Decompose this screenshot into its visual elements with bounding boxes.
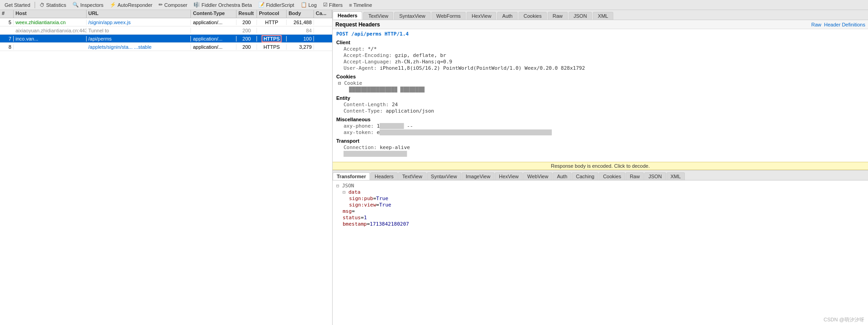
- res-tab-json[interactable]: JSON: [644, 172, 666, 180]
- log-label: Log: [308, 2, 317, 8]
- table-row[interactable]: aixiaoyuan.zhidiantianxia.cn:443 Tunnel …: [0, 26, 332, 35]
- row-protocol: HTTPS: [257, 44, 287, 50]
- col-header-body: Body: [287, 10, 314, 18]
- cookie-toggle[interactable]: ⊟ Cookie: [336, 80, 864, 86]
- res-tab-webview[interactable]: WebView: [523, 172, 552, 180]
- req-headers-content: POST /api/perms HTTP/1.4 Client Accept: …: [333, 29, 868, 162]
- res-tab-caching[interactable]: Caching: [572, 172, 598, 180]
- json-root: ⊟ JSON: [336, 183, 864, 189]
- table-row[interactable]: 7 inco.van... /api/perms application/...…: [0, 35, 332, 43]
- res-tab-imageview[interactable]: ImageView: [462, 172, 494, 180]
- res-tab-hexview[interactable]: HexView: [495, 172, 523, 180]
- header-axy-token: axy-token: e████████████████████████████…: [336, 129, 864, 135]
- col-header-ctype: Content-Type: [191, 10, 236, 18]
- tab-auth[interactable]: Auth: [497, 12, 518, 20]
- row-protocol: HTTPS: [257, 36, 287, 41]
- table-row[interactable]: 8 /applets/signin/sta... ...stable appli…: [0, 43, 332, 51]
- row-result: 200: [236, 36, 257, 41]
- row-body: 3,279: [287, 44, 314, 50]
- main-layout: # Host URL Content-Type Result Protocol …: [0, 10, 868, 325]
- inspectors-button[interactable]: 🔍 Inspectors: [70, 1, 106, 8]
- col-header-cache: Ca...: [314, 10, 332, 18]
- json-sign-view: sign:view=True: [336, 202, 864, 208]
- filters-icon: ☑: [323, 2, 328, 8]
- auto-responder-label: AutoResponder: [118, 2, 152, 8]
- cookie-value: ████████████████ ████████: [336, 87, 864, 93]
- filters-button[interactable]: ☑ Filters: [320, 1, 345, 8]
- header-def-link[interactable]: Header Definitions: [824, 22, 866, 27]
- composer-button[interactable]: ✏ Composer: [156, 1, 190, 8]
- header-transport-extra: █████████████████████: [336, 151, 864, 157]
- header-connection: Connection: keep-alive: [336, 144, 864, 150]
- timeline-button[interactable]: ≡ Timeline: [346, 2, 375, 8]
- tab-cookies[interactable]: Cookies: [519, 12, 547, 20]
- row-ctype: application/...: [191, 44, 236, 50]
- row-body: 261,488: [287, 20, 314, 25]
- inspectors-icon: 🔍: [72, 2, 79, 8]
- tab-xml[interactable]: XML: [593, 12, 613, 20]
- watermark: CSDN @萌汐汐呀: [824, 316, 864, 323]
- row-host: inco.van...: [14, 36, 87, 41]
- res-tab-headers[interactable]: Headers: [370, 172, 398, 180]
- response-encoded-bar[interactable]: Response body is encoded. Click to decod…: [333, 162, 868, 170]
- res-tab-raw[interactable]: Raw: [626, 172, 644, 180]
- row-url: /api/perms: [87, 36, 191, 41]
- fiddler-script-button[interactable]: 📝 FiddlerScript: [256, 1, 297, 8]
- response-tabs: Transformer Headers TextView SyntaxView …: [333, 170, 868, 181]
- column-headers: # Host URL Content-Type Result Protocol …: [0, 10, 332, 18]
- req-header-bar: Request Headers Raw Header Definitions: [333, 20, 868, 29]
- row-result: 200: [236, 20, 257, 25]
- separator-1: [35, 2, 35, 8]
- col-header-num: #: [0, 10, 14, 18]
- statistics-button[interactable]: ⏱ Statistics: [37, 2, 69, 8]
- header-user-agent: User-Agent: iPhone11,8(iOS/16.2) PointWo…: [336, 65, 864, 71]
- tab-syntaxview[interactable]: SyntaxView: [394, 12, 430, 20]
- json-status: status=1: [336, 215, 864, 221]
- auto-responder-icon: ⚡: [110, 2, 116, 8]
- statistics-icon: ⏱: [40, 2, 45, 8]
- auto-responder-button[interactable]: ⚡ AutoResponder: [107, 1, 155, 8]
- traffic-list: 5 weex.zhidiantianxia.cn /signin/app.wee…: [0, 18, 332, 325]
- res-tab-textview[interactable]: TextView: [398, 172, 426, 180]
- tab-textview[interactable]: TextView: [363, 12, 393, 20]
- col-header-protocol: Protocol: [257, 10, 287, 18]
- tab-hexview[interactable]: HexView: [467, 12, 496, 20]
- res-tab-auth[interactable]: Auth: [553, 172, 571, 180]
- fiddler-script-label: FiddlerScript: [266, 2, 294, 8]
- row-url: Tunnel to: [87, 28, 191, 33]
- col-header-host: Host: [14, 10, 87, 18]
- tab-webforms[interactable]: WebForms: [431, 12, 466, 20]
- composer-label: Composer: [164, 2, 187, 8]
- json-sign-pub: sign:pub=True: [336, 196, 864, 201]
- table-row[interactable]: 5 weex.zhidiantianxia.cn /signin/app.wee…: [0, 18, 332, 26]
- filters-label: Filters: [329, 2, 343, 8]
- log-button[interactable]: 📋 Log: [298, 1, 319, 8]
- tab-raw[interactable]: Raw: [548, 12, 568, 20]
- fiddler-orchestra-button[interactable]: 🎼 Fiddler Orchestra Beta: [191, 1, 255, 8]
- json-msg: msg=: [336, 208, 864, 214]
- log-icon: 📋: [301, 2, 307, 8]
- header-accept-encoding: Accept-Encoding: gzip, deflate, br: [336, 52, 864, 58]
- res-tab-syntaxview[interactable]: SyntaxView: [427, 172, 461, 180]
- col-header-result: Result: [236, 10, 257, 18]
- fiddler-script-icon: 📝: [258, 2, 265, 8]
- traffic-panel: # Host URL Content-Type Result Protocol …: [0, 10, 333, 325]
- section-cookies: Cookies: [336, 74, 864, 79]
- section-entity: Entity: [336, 95, 864, 101]
- req-header-actions: Raw Header Definitions: [811, 22, 865, 27]
- row-body: 84: [287, 28, 314, 33]
- tab-headers[interactable]: Headers: [333, 11, 362, 20]
- row-body: 100: [287, 36, 314, 41]
- tab-json[interactable]: JSON: [569, 12, 592, 20]
- res-tab-xml[interactable]: XML: [667, 172, 685, 180]
- section-miscellaneous: Miscellaneous: [336, 117, 864, 122]
- json-bmestamp: bmestamp=1713842180207: [336, 221, 864, 227]
- composer-icon: ✏: [159, 2, 163, 8]
- get-started-button[interactable]: Get Started: [2, 2, 33, 8]
- header-accept: Accept: */*: [336, 46, 864, 52]
- res-tab-cookies[interactable]: Cookies: [599, 172, 625, 180]
- res-tab-transformer[interactable]: Transformer: [333, 172, 370, 180]
- col-header-url: URL: [87, 10, 191, 18]
- fiddler-orchestra-icon: 🎼: [194, 2, 200, 8]
- raw-link[interactable]: Raw: [811, 22, 821, 27]
